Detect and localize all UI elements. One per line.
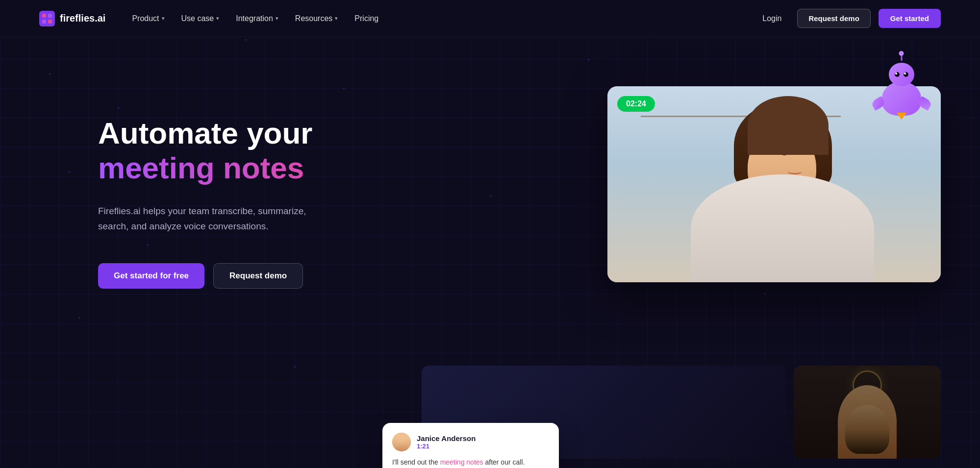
avatar-inner: [392, 433, 411, 451]
hero-title-line1: Automate your: [98, 116, 373, 150]
get-started-nav-button[interactable]: Get started: [879, 9, 941, 28]
hero-subtitle: Fireflies.ai helps your team transcribe,…: [98, 203, 333, 234]
person-body: [691, 174, 874, 282]
nav-left: fireflies.ai Product ▾ Use case ▾ Integr…: [39, 10, 385, 27]
login-button[interactable]: Login: [754, 10, 789, 27]
eye-left: [781, 151, 788, 155]
chevron-down-icon: ▾: [216, 15, 219, 22]
chat-timestamp: 1:21: [417, 443, 476, 450]
hero-buttons: Get started for free Request demo: [98, 263, 373, 289]
svg-rect-3: [42, 20, 46, 24]
timer-badge: 02:24: [617, 96, 655, 112]
chat-avatar: [392, 433, 411, 451]
chevron-down-icon: ▾: [162, 15, 165, 22]
navbar: fireflies.ai Product ▾ Use case ▾ Integr…: [0, 0, 980, 37]
nav-links: Product ▾ Use case ▾ Integration ▾ Resou…: [125, 10, 385, 27]
chat-message: I'll send out the meeting notes after ou…: [392, 457, 549, 468]
logo[interactable]: fireflies.ai: [39, 11, 105, 26]
nav-label-product: Product: [132, 14, 159, 23]
hero-section: Automate your meeting notes Fireflies.ai…: [0, 37, 980, 468]
nav-item-use-case[interactable]: Use case ▾: [175, 10, 226, 27]
logo-icon: [39, 11, 55, 26]
chat-highlight-meeting-notes: meeting notes: [440, 458, 483, 466]
nav-label-integration: Integration: [236, 14, 273, 23]
nav-item-product[interactable]: Product ▾: [125, 10, 171, 27]
hero-heading: Automate your meeting notes: [98, 116, 373, 186]
chat-header: Janice Anderson 1:21: [392, 433, 549, 451]
svg-rect-1: [42, 14, 46, 18]
chevron-down-icon: ▾: [276, 15, 278, 22]
smile: [787, 169, 802, 174]
chat-bubble: Janice Anderson 1:21 I'll send out the m…: [382, 423, 559, 468]
hero-right: 02:24 Janice Anderson 1:21 I'll send out…: [412, 86, 941, 459]
nav-item-resources[interactable]: Resources ▾: [288, 10, 345, 27]
svg-rect-2: [48, 14, 52, 18]
nav-right: Login Request demo Get started: [754, 9, 941, 28]
nav-label-resources: Resources: [295, 14, 332, 23]
dark-overlay: [794, 366, 941, 459]
hero-left: Automate your meeting notes Fireflies.ai…: [98, 86, 373, 289]
svg-rect-4: [48, 20, 52, 24]
request-demo-hero-button[interactable]: Request demo: [213, 263, 303, 289]
svg-rect-0: [39, 11, 55, 26]
shelf-decor: [641, 116, 841, 117]
nav-label-use-case: Use case: [181, 14, 214, 23]
chat-info: Janice Anderson 1:21: [417, 434, 476, 450]
chat-text-part1: I'll send out the: [392, 458, 440, 466]
logo-text: fireflies.ai: [60, 13, 105, 24]
nav-item-integration[interactable]: Integration ▾: [229, 10, 285, 27]
eye-right: [814, 151, 821, 155]
nav-item-pricing[interactable]: Pricing: [348, 10, 385, 27]
avatar-face: [395, 441, 408, 451]
video-man-background: [794, 366, 941, 459]
robot-mascot: [877, 67, 926, 121]
nav-label-pricing: Pricing: [354, 14, 378, 23]
chevron-down-icon: ▾: [335, 15, 338, 22]
get-started-free-button[interactable]: Get started for free: [98, 263, 204, 289]
request-demo-button[interactable]: Request demo: [797, 9, 870, 28]
video-card-small-right: [794, 366, 941, 459]
hero-title-line2: meeting notes: [98, 150, 373, 185]
chat-sender-name: Janice Anderson: [417, 434, 476, 443]
